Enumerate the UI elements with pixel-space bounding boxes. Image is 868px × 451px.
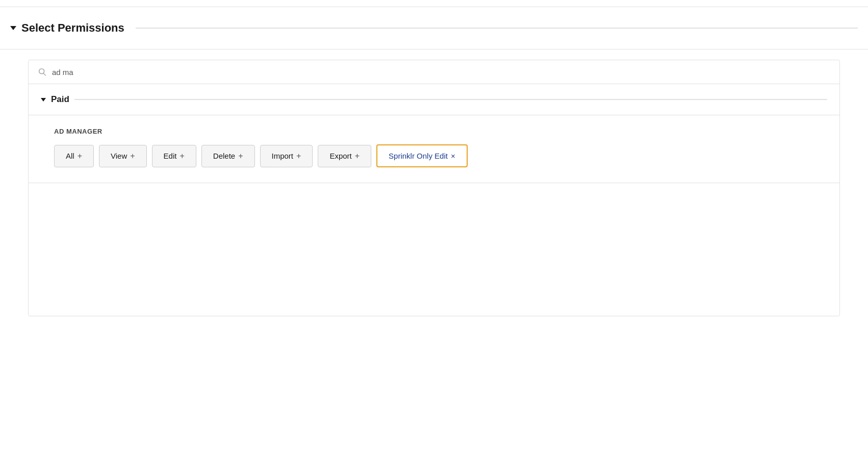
section-header: Select Permissions: [0, 7, 868, 49]
category-line: [74, 99, 827, 100]
category-chevron-icon: [41, 98, 46, 102]
perm-label-export: Export: [329, 152, 351, 160]
search-bar: [29, 60, 839, 84]
category-title-paid: Paid: [51, 94, 69, 105]
page-wrapper: Select Permissions Paid AD MANAGER: [0, 0, 868, 451]
section-divider: [136, 28, 858, 29]
perm-icon-all: +: [78, 152, 82, 161]
category-paid: Paid AD MANAGER All + View +: [29, 84, 839, 183]
perm-label-sprinklr-only-edit: Sprinklr Only Edit: [389, 152, 448, 160]
permission-buttons: All + View + Edit + Delete: [54, 144, 819, 167]
perm-btn-edit[interactable]: Edit +: [152, 145, 196, 167]
perm-btn-export[interactable]: Export +: [318, 145, 371, 167]
perm-label-edit: Edit: [164, 152, 177, 160]
search-input[interactable]: [52, 68, 154, 77]
search-icon: [38, 67, 47, 77]
perm-icon-export: +: [355, 152, 360, 161]
perm-label-import: Import: [272, 152, 294, 160]
permissions-container: Paid AD MANAGER All + View +: [28, 60, 840, 316]
section-title: Select Permissions: [21, 21, 124, 35]
perm-label-all: All: [66, 152, 74, 160]
section-chevron-icon[interactable]: [10, 26, 16, 30]
category-header-paid[interactable]: Paid: [29, 84, 839, 115]
empty-area: [29, 183, 839, 316]
perm-btn-import[interactable]: Import +: [260, 145, 313, 167]
perm-btn-all[interactable]: All +: [54, 145, 94, 167]
perm-btn-delete[interactable]: Delete +: [201, 145, 255, 167]
perm-label-view: View: [111, 152, 127, 160]
perm-icon-import: +: [296, 152, 301, 161]
subcategory-ad-manager: AD MANAGER All + View + Edit: [29, 115, 839, 183]
perm-label-delete: Delete: [213, 152, 235, 160]
perm-icon-delete: +: [238, 152, 243, 161]
perm-icon-view: +: [130, 152, 135, 161]
top-border: [0, 0, 868, 7]
perm-btn-view[interactable]: View +: [99, 145, 147, 167]
perm-btn-sprinklr-only-edit[interactable]: Sprinklr Only Edit ×: [376, 144, 468, 167]
perm-icon-sprinklr-only-edit: ×: [451, 152, 455, 160]
svg-line-1: [43, 73, 45, 76]
subcategory-label-ad-manager: AD MANAGER: [54, 128, 819, 135]
perm-icon-edit: +: [180, 152, 184, 161]
